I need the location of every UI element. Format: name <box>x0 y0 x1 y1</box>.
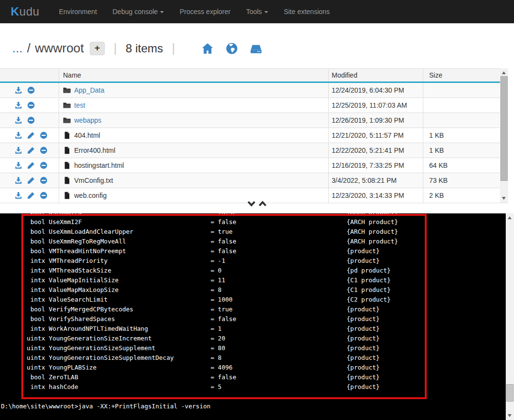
download-icon[interactable] <box>15 146 22 154</box>
edit-icon[interactable] <box>27 177 35 184</box>
console-blank-line <box>1 392 504 402</box>
nav-item-debug-console[interactable]: Debug console <box>105 0 172 23</box>
modified-cell: 3/4/2022, 5:08:21 PM <box>329 173 423 188</box>
navbar: Kudu EnvironmentDebug consoleProcess exp… <box>0 0 514 23</box>
toolbar: ... / wwwroot + | 8 items | <box>0 23 514 68</box>
file-icon <box>63 131 71 139</box>
drive-icon[interactable] <box>250 43 262 54</box>
table-row: App_Data12/24/2019, 6:04:30 PM <box>0 83 508 98</box>
file-icon <box>63 162 71 169</box>
delete-icon[interactable] <box>40 131 48 139</box>
size-cell: 73 KB <box>423 173 508 188</box>
file-name-cell: VmConfig.txt <box>59 173 329 188</box>
kudu-logo-rest: udu <box>19 5 40 18</box>
console-line: intx VMThreadStackSize = 0 {pd product} <box>1 266 504 275</box>
globe-icon[interactable] <box>226 43 238 54</box>
chevron-up-icon[interactable] <box>258 200 267 208</box>
download-icon[interactable] <box>15 101 22 109</box>
table-row: test12/25/2019, 11:07:03 AM <box>0 98 508 113</box>
size-cell <box>423 113 508 128</box>
chevron-down-icon[interactable] <box>247 200 256 208</box>
delete-icon[interactable] <box>27 86 35 94</box>
console-line: intx WorkAroundNPTLTimedWaitHang = 1 {pr… <box>1 324 504 334</box>
nav-item-site-extensions[interactable]: Site extensions <box>276 0 337 23</box>
console-line: bool UseXmmLoadAndClearUpper = true {ARC… <box>1 227 504 237</box>
caret-down-icon <box>160 11 164 13</box>
size-cell <box>423 98 508 113</box>
console-line: intx hashCode = 5 {product} <box>1 382 504 392</box>
table-scrollbar-thumb[interactable] <box>500 76 508 181</box>
delete-icon[interactable] <box>40 146 48 154</box>
console-output: bool UseXmmI2D = false {ARCH product} bo… <box>1 213 504 411</box>
row-actions <box>0 143 59 158</box>
table-row: VmConfig.txt3/4/2022, 5:08:21 PM73 KB <box>0 173 508 188</box>
table-row: 404.html12/21/2020, 5:11:57 PM1 KB <box>0 128 508 143</box>
folder-name-link[interactable]: webapps <box>74 116 101 124</box>
size-cell: 1 KB <box>423 143 508 158</box>
add-item-button[interactable]: + <box>90 42 105 55</box>
delete-icon[interactable] <box>40 162 48 169</box>
console-scrollbar[interactable] <box>506 213 514 420</box>
folder-icon <box>63 116 71 124</box>
nav-item-environment[interactable]: Environment <box>51 0 105 23</box>
header-size-column[interactable]: Size <box>423 69 508 81</box>
download-icon[interactable] <box>15 86 22 94</box>
delete-icon[interactable] <box>27 101 35 109</box>
folder-icon <box>63 101 71 109</box>
console-line: bool UseXmmRegToRegMoveAll = false {ARCH… <box>1 237 504 246</box>
download-icon[interactable] <box>15 177 22 184</box>
modified-cell: 12/26/2019, 1:09:30 PM <box>329 113 423 128</box>
panel-resize-handles <box>0 198 514 210</box>
kudu-logo[interactable]: Kudu <box>11 5 39 18</box>
delete-icon[interactable] <box>40 177 48 184</box>
folder-name-link[interactable]: test <box>74 101 85 109</box>
edit-icon[interactable] <box>27 146 35 154</box>
header-modified-column[interactable]: Modified <box>329 69 423 81</box>
scroll-up-arrow-icon[interactable] <box>502 71 506 74</box>
table-scrollbar[interactable] <box>500 68 508 203</box>
console-line: uintx YoungGenerationSizeIncrement = 20 … <box>1 334 504 343</box>
breadcrumb-ellipsis-link[interactable]: ... <box>12 41 23 56</box>
breadcrumb: ... / wwwroot + | 8 items | <box>12 41 268 56</box>
header-name-column[interactable]: Name <box>59 69 329 81</box>
size-cell: 64 KB <box>423 158 508 173</box>
download-icon[interactable] <box>15 162 22 169</box>
home-icon[interactable] <box>202 43 213 54</box>
edit-icon[interactable] <box>27 162 35 169</box>
console-line: bool VMThreadHintNoPreempt = false {prod… <box>1 246 504 256</box>
command-console[interactable]: bool UseXmmI2D = false {ARCH product} bo… <box>0 213 514 420</box>
caret-down-icon <box>264 11 268 13</box>
nav-item-process-explorer[interactable]: Process explorer <box>172 0 238 23</box>
download-icon[interactable] <box>15 116 22 124</box>
file-table-body: App_Data12/24/2019, 6:04:30 PMtest12/25/… <box>0 83 508 203</box>
file-icon <box>63 146 71 154</box>
file-table: Name Modified Size App_Data12/24/2019, 6… <box>0 68 508 203</box>
file-name-cell: webapps <box>59 113 329 128</box>
row-actions <box>0 158 59 173</box>
size-cell <box>423 83 508 97</box>
row-actions <box>0 113 59 128</box>
console-line: uintx YoungGenerationSizeSupplement = 80… <box>1 343 504 353</box>
delete-icon[interactable] <box>27 116 35 124</box>
row-actions <box>0 98 59 113</box>
edit-icon[interactable] <box>27 131 35 139</box>
console-line: bool VerifySharedSpaces = false {product… <box>1 314 504 324</box>
table-row: Error400.html12/22/2020, 5:21:41 PM1 KB <box>0 143 508 158</box>
folder-name-link[interactable]: App_Data <box>74 86 104 94</box>
console-line: bool VerifyMergedCPBytecodes = true {pro… <box>1 305 504 314</box>
table-row: webapps12/26/2019, 1:09:30 PM <box>0 113 508 128</box>
row-actions <box>0 173 59 188</box>
modified-cell: 12/24/2019, 6:04:30 PM <box>329 83 423 97</box>
console-prompt-line[interactable]: D:\home\site\wwwroot>java -XX:+PrintFlag… <box>1 402 504 411</box>
console-line: uintx YoungPLABSize = 4096 {product} <box>1 363 504 372</box>
scroll-up-arrow-icon[interactable] <box>508 216 512 219</box>
download-icon[interactable] <box>15 131 22 139</box>
modified-cell: 12/21/2020, 5:11:57 PM <box>329 128 423 143</box>
file-icon <box>63 177 71 184</box>
toolbar-icons <box>195 43 268 54</box>
items-count-label: 8 items <box>126 42 163 55</box>
nav-item-tools[interactable]: Tools <box>238 0 276 23</box>
scroll-down-arrow-icon[interactable] <box>508 414 512 417</box>
console-scrollbar-thumb[interactable] <box>506 384 514 402</box>
file-name-label: VmConfig.txt <box>74 177 113 184</box>
